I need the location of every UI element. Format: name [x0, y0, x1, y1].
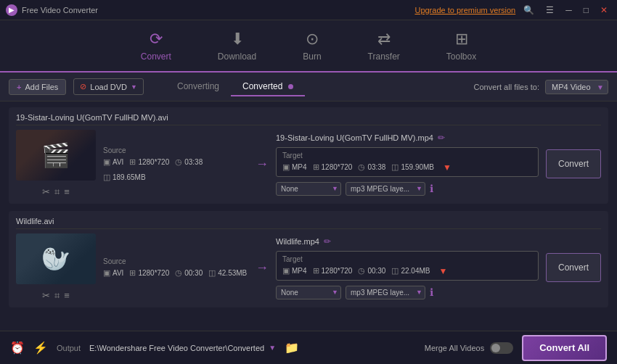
format-select[interactable]: MP4 Video AVI Video MOV Video MKV Video — [545, 80, 608, 94]
merge-toggle[interactable] — [490, 342, 513, 354]
subtitle-select[interactable]: None — [276, 286, 341, 299]
output-path-text: E:\Wondershare Free Video Converter\Conv… — [89, 344, 264, 352]
audio-select-wrapper[interactable]: mp3 MPEG laye... ▼ — [346, 285, 425, 299]
upgrade-link[interactable]: Upgrade to premium version — [414, 6, 515, 15]
crop-icon[interactable]: ⌗ — [54, 290, 60, 302]
nav-convert[interactable]: ⟳ Convert — [132, 24, 180, 67]
file2-target-label: Target — [282, 255, 532, 263]
t-resolution-icon: ⊞ — [313, 162, 319, 172]
app-title: Free Video Converter — [22, 6, 98, 15]
settings-icon[interactable]: ≡ — [64, 290, 70, 302]
file1-target-main: Target ▣ MP4 ⊞ 1280*720 ◷ — [276, 147, 539, 177]
load-dvd-button[interactable]: ⊘ Load DVD ▼ — [73, 78, 144, 95]
load-dvd-label: Load DVD — [90, 83, 127, 91]
nav-toolbox-label: Toolbox — [446, 51, 476, 62]
search-button[interactable]: 🔍 — [520, 4, 538, 17]
file2-thumb-toolbar: ✂ ⌗ ≡ — [42, 290, 70, 302]
t-format-icon: ▣ — [282, 162, 290, 172]
nav-transfer-label: Transfer — [368, 51, 400, 62]
file1-convert-label: Convert — [558, 159, 589, 169]
target-dropdown-arrow[interactable]: ▼ — [438, 266, 447, 276]
scissors-icon[interactable]: ✂ — [42, 186, 50, 198]
file1-source-duration: ◷ 03:38 — [175, 157, 203, 167]
plus-icon: + — [17, 83, 21, 91]
nav-burn[interactable]: ⊙ Burn — [294, 24, 330, 67]
file2-source-format: ▣ AVI — [103, 268, 123, 278]
tab-converted[interactable]: Converted — [231, 78, 305, 96]
file2-convert-label: Convert — [558, 262, 589, 273]
tab-converted-label: Converted — [242, 81, 282, 91]
audio-select-wrapper[interactable]: mp3 MPEG laye... ▼ — [346, 181, 425, 196]
nav-toolbox[interactable]: ⊞ Toolbox — [438, 24, 485, 67]
size-icon: ◫ — [208, 268, 216, 278]
file1-source: Source ▣ AVI ⊞ 1280*720 ◷ 03:38 — [103, 146, 248, 182]
file1-target-size: ◫ 159.90MB — [391, 162, 434, 172]
file2-target-resolution: ⊞ 1280*720 — [313, 266, 353, 276]
file2-target: Wildlife.mp4 ✏ Target ▣ MP4 ⊞ — [276, 236, 539, 299]
transfer-icon: ⇄ — [377, 30, 391, 49]
t-format-icon: ▣ — [282, 266, 290, 276]
title-bar: ▶ Free Video Converter Upgrade to premiu… — [0, 0, 617, 20]
file1-convert-button[interactable]: Convert — [546, 149, 601, 178]
nav-transfer[interactable]: ⇄ Transfer — [359, 24, 409, 67]
file-list: 19-Sistar-Loving U(GomTV FullHD MV).avi … — [0, 102, 617, 331]
app-icon: ▶ — [6, 4, 17, 16]
scissors-icon[interactable]: ✂ — [42, 290, 50, 302]
file1-source-size: ◫ 189.65MB — [103, 173, 146, 182]
convert-all-label: Convert All — [539, 342, 589, 353]
size-icon: ◫ — [103, 173, 110, 182]
minimize-button[interactable]: ─ — [562, 4, 576, 17]
merge-area: Merge All Videos — [425, 342, 513, 354]
format-icon: ▣ — [103, 157, 110, 167]
file-row: Wildlife.avi 🦭 ✂ ⌗ ≡ Source — [9, 211, 608, 307]
subtitle-select-wrapper[interactable]: None ▼ — [276, 285, 341, 299]
convert-all-button[interactable]: Convert All — [522, 335, 607, 361]
merge-label: Merge All Videos — [425, 344, 484, 352]
file2-source: Source ▣ AVI ⊞ 1280*720 ◷ 00:30 — [103, 257, 248, 278]
tab-converting[interactable]: Converting — [166, 78, 231, 96]
add-files-label: Add Files — [25, 83, 58, 91]
arrow-right-icon: → — [256, 260, 269, 276]
tab-area: Converting Converted — [166, 78, 305, 96]
audio-select[interactable]: mp3 MPEG laye... — [346, 182, 425, 196]
burn-icon: ⊙ — [306, 30, 319, 49]
folder-icon[interactable]: 📁 — [285, 341, 299, 355]
file2-target-meta: Target ▣ MP4 ⊞ 1280*720 ◷ — [276, 251, 539, 281]
file1-target-resolution: ⊞ 1280*720 — [313, 162, 353, 172]
nav-download[interactable]: ⬇ Download — [209, 24, 265, 67]
file2-source-label: Source — [103, 257, 248, 265]
file2-convert-button[interactable]: Convert — [546, 253, 601, 282]
subtitle-select-wrapper[interactable]: None ▼ — [276, 181, 341, 196]
file2-main: 🦭 ✂ ⌗ ≡ Source ▣ AVI ⊞ — [16, 233, 601, 302]
file1-name: 19-Sistar-Loving U(GomTV FullHD MV).avi — [16, 113, 601, 125]
edit-icon[interactable]: ✏ — [324, 236, 331, 247]
file2-thumbnail: 🦭 — [16, 233, 96, 284]
flash-icon[interactable]: ⚡ — [33, 341, 48, 355]
file2-source-duration: ◷ 00:30 — [175, 268, 203, 278]
clock-icon[interactable]: ⏰ — [10, 341, 25, 355]
resolution-icon: ⊞ — [129, 268, 136, 278]
add-files-button[interactable]: + Add Files — [9, 79, 66, 95]
menu-button[interactable]: ☰ — [542, 4, 557, 17]
file1-thumbnail: 🎬 — [16, 130, 96, 181]
file2-source-info-row: ▣ AVI ⊞ 1280*720 ◷ 00:30 ◫ 42.53MB — [103, 268, 248, 278]
subtitle-select[interactable]: None — [276, 182, 341, 196]
file2-source-resolution: ⊞ 1280*720 — [129, 268, 169, 278]
tab-converting-label: Converting — [177, 81, 219, 91]
audio-select[interactable]: mp3 MPEG laye... — [346, 286, 425, 299]
file1-target-label: Target — [282, 152, 532, 160]
file1-target-duration: ◷ 03:38 — [358, 162, 385, 172]
t-resolution-icon: ⊞ — [313, 266, 319, 276]
settings-icon[interactable]: ≡ — [64, 186, 70, 198]
t-size-icon: ◫ — [391, 266, 399, 276]
close-button[interactable]: ✕ — [597, 4, 611, 17]
crop-icon[interactable]: ⌗ — [54, 186, 60, 198]
target-dropdown-arrow[interactable]: ▼ — [443, 162, 451, 173]
format-select-wrapper[interactable]: MP4 Video AVI Video MOV Video MKV Video … — [545, 80, 608, 94]
output-path-arrow[interactable]: ▼ — [269, 344, 276, 352]
duration-icon: ◷ — [175, 157, 182, 167]
edit-icon[interactable]: ✏ — [438, 133, 445, 143]
info-icon[interactable]: ℹ — [430, 183, 433, 194]
info-icon[interactable]: ℹ — [430, 286, 433, 298]
maximize-button[interactable]: □ — [580, 4, 592, 17]
